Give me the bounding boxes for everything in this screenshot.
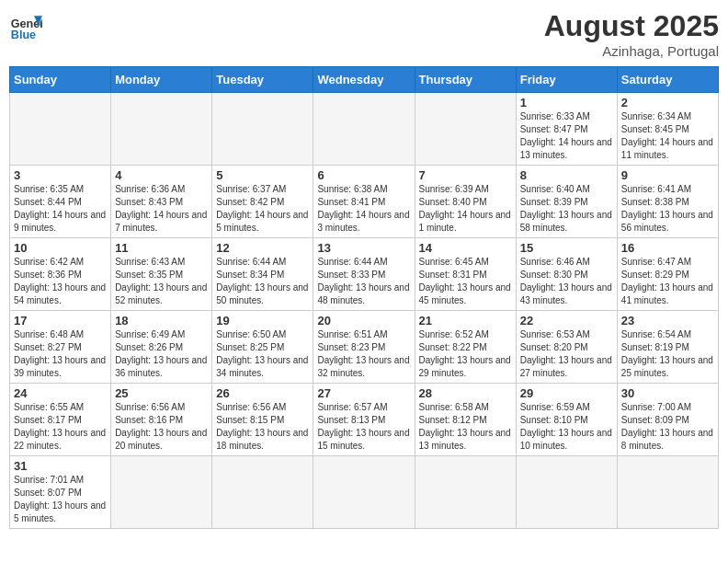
calendar-cell: 17Sunrise: 6:48 AM Sunset: 8:27 PM Dayli…	[10, 311, 111, 384]
day-number: 10	[14, 241, 107, 255]
calendar-cell: 30Sunrise: 7:00 AM Sunset: 8:09 PM Dayli…	[617, 384, 718, 456]
weekday-header-saturday: Saturday	[617, 67, 718, 93]
calendar-cell: 6Sunrise: 6:38 AM Sunset: 8:41 PM Daylig…	[313, 166, 415, 238]
calendar-table: SundayMondayTuesdayWednesdayThursdayFrid…	[9, 66, 719, 529]
day-info: Sunrise: 6:42 AM Sunset: 8:36 PM Dayligh…	[14, 256, 107, 307]
day-number: 6	[317, 168, 410, 182]
day-number: 23	[621, 314, 714, 327]
calendar-cell: 5Sunrise: 6:37 AM Sunset: 8:42 PM Daylig…	[212, 166, 313, 238]
svg-marker-3	[37, 19, 42, 26]
calendar-cell	[111, 456, 212, 529]
day-info: Sunrise: 6:56 AM Sunset: 8:15 PM Dayligh…	[216, 401, 309, 453]
day-number: 15	[520, 241, 613, 255]
logo: General Blue	[9, 9, 42, 42]
svg-text:Blue: Blue	[11, 29, 36, 41]
day-info: Sunrise: 6:46 AM Sunset: 8:30 PM Dayligh…	[520, 256, 613, 307]
day-info: Sunrise: 6:33 AM Sunset: 8:47 PM Dayligh…	[520, 110, 613, 162]
day-info: Sunrise: 6:49 AM Sunset: 8:26 PM Dayligh…	[115, 328, 208, 380]
day-number: 7	[419, 168, 512, 182]
day-info: Sunrise: 6:45 AM Sunset: 8:31 PM Dayligh…	[419, 256, 512, 307]
calendar-cell: 10Sunrise: 6:42 AM Sunset: 8:36 PM Dayli…	[10, 238, 111, 311]
calendar-cell: 11Sunrise: 6:43 AM Sunset: 8:35 PM Dayli…	[111, 238, 212, 311]
calendar-cell	[212, 456, 313, 529]
day-number: 9	[621, 168, 714, 182]
calendar-cell: 7Sunrise: 6:39 AM Sunset: 8:40 PM Daylig…	[415, 166, 516, 238]
logo-icon: General Blue	[9, 9, 42, 42]
calendar-cell: 29Sunrise: 6:59 AM Sunset: 8:10 PM Dayli…	[516, 384, 617, 456]
day-info: Sunrise: 6:50 AM Sunset: 8:25 PM Dayligh…	[216, 328, 309, 380]
calendar-cell: 21Sunrise: 6:52 AM Sunset: 8:22 PM Dayli…	[415, 311, 516, 384]
day-info: Sunrise: 6:41 AM Sunset: 8:38 PM Dayligh…	[621, 183, 714, 235]
calendar-cell	[617, 456, 718, 529]
day-info: Sunrise: 6:35 AM Sunset: 8:44 PM Dayligh…	[14, 183, 107, 235]
day-info: Sunrise: 6:56 AM Sunset: 8:16 PM Dayligh…	[115, 401, 208, 453]
day-number: 1	[520, 96, 613, 109]
day-number: 19	[216, 314, 309, 327]
weekday-header-thursday: Thursday	[415, 67, 516, 93]
calendar-cell	[111, 93, 212, 166]
calendar-week-row: 3Sunrise: 6:35 AM Sunset: 8:44 PM Daylig…	[10, 166, 719, 238]
calendar-cell	[516, 456, 617, 529]
weekday-header-tuesday: Tuesday	[212, 67, 313, 93]
day-number: 26	[216, 386, 309, 400]
day-number: 20	[317, 314, 410, 327]
day-info: Sunrise: 6:37 AM Sunset: 8:42 PM Dayligh…	[216, 183, 309, 235]
calendar-cell: 23Sunrise: 6:54 AM Sunset: 8:19 PM Dayli…	[617, 311, 718, 384]
day-number: 29	[520, 386, 613, 400]
calendar-cell: 13Sunrise: 6:44 AM Sunset: 8:33 PM Dayli…	[313, 238, 415, 311]
calendar-cell: 20Sunrise: 6:51 AM Sunset: 8:23 PM Dayli…	[313, 311, 415, 384]
calendar-cell: 8Sunrise: 6:40 AM Sunset: 8:39 PM Daylig…	[516, 166, 617, 238]
day-number: 17	[14, 314, 107, 327]
calendar-cell: 2Sunrise: 6:34 AM Sunset: 8:45 PM Daylig…	[617, 93, 718, 166]
day-number: 25	[115, 386, 208, 400]
calendar-week-row: 17Sunrise: 6:48 AM Sunset: 8:27 PM Dayli…	[10, 311, 719, 384]
calendar-cell: 28Sunrise: 6:58 AM Sunset: 8:12 PM Dayli…	[415, 384, 516, 456]
calendar-cell: 22Sunrise: 6:53 AM Sunset: 8:20 PM Dayli…	[516, 311, 617, 384]
day-info: Sunrise: 6:40 AM Sunset: 8:39 PM Dayligh…	[520, 183, 613, 235]
day-info: Sunrise: 6:47 AM Sunset: 8:29 PM Dayligh…	[621, 256, 714, 307]
day-info: Sunrise: 7:00 AM Sunset: 8:09 PM Dayligh…	[621, 401, 714, 453]
day-info: Sunrise: 6:39 AM Sunset: 8:40 PM Dayligh…	[419, 183, 512, 235]
day-info: Sunrise: 7:01 AM Sunset: 8:07 PM Dayligh…	[14, 474, 107, 525]
day-number: 11	[115, 241, 208, 255]
calendar-cell	[212, 93, 313, 166]
day-info: Sunrise: 6:51 AM Sunset: 8:23 PM Dayligh…	[317, 328, 410, 380]
day-number: 24	[14, 386, 107, 400]
day-number: 13	[317, 241, 410, 255]
calendar-cell: 26Sunrise: 6:56 AM Sunset: 8:15 PM Dayli…	[212, 384, 313, 456]
calendar-cell: 24Sunrise: 6:55 AM Sunset: 8:17 PM Dayli…	[10, 384, 111, 456]
day-info: Sunrise: 6:55 AM Sunset: 8:17 PM Dayligh…	[14, 401, 107, 453]
day-info: Sunrise: 6:43 AM Sunset: 8:35 PM Dayligh…	[115, 256, 208, 307]
calendar-cell: 31Sunrise: 7:01 AM Sunset: 8:07 PM Dayli…	[10, 456, 111, 529]
weekday-header-monday: Monday	[111, 67, 212, 93]
calendar-week-row: 31Sunrise: 7:01 AM Sunset: 8:07 PM Dayli…	[10, 456, 719, 529]
calendar-cell: 1Sunrise: 6:33 AM Sunset: 8:47 PM Daylig…	[516, 93, 617, 166]
calendar-week-row: 24Sunrise: 6:55 AM Sunset: 8:17 PM Dayli…	[10, 384, 719, 456]
calendar-cell: 16Sunrise: 6:47 AM Sunset: 8:29 PM Dayli…	[617, 238, 718, 311]
calendar-week-row: 1Sunrise: 6:33 AM Sunset: 8:47 PM Daylig…	[10, 93, 719, 166]
calendar-cell: 4Sunrise: 6:36 AM Sunset: 8:43 PM Daylig…	[111, 166, 212, 238]
day-info: Sunrise: 6:53 AM Sunset: 8:20 PM Dayligh…	[520, 328, 613, 380]
weekday-header-friday: Friday	[516, 67, 617, 93]
calendar-cell: 9Sunrise: 6:41 AM Sunset: 8:38 PM Daylig…	[617, 166, 718, 238]
weekday-header-wednesday: Wednesday	[313, 67, 415, 93]
day-number: 16	[621, 241, 714, 255]
day-info: Sunrise: 6:34 AM Sunset: 8:45 PM Dayligh…	[621, 110, 714, 162]
calendar-cell	[313, 93, 415, 166]
day-number: 5	[216, 168, 309, 182]
day-info: Sunrise: 6:58 AM Sunset: 8:12 PM Dayligh…	[419, 401, 512, 453]
month-title: August 2025	[544, 9, 719, 43]
day-info: Sunrise: 6:36 AM Sunset: 8:43 PM Dayligh…	[115, 183, 208, 235]
day-number: 14	[419, 241, 512, 255]
location-subtitle: Azinhaga, Portugal	[544, 43, 719, 59]
calendar-cell: 12Sunrise: 6:44 AM Sunset: 8:34 PM Dayli…	[212, 238, 313, 311]
day-number: 27	[317, 386, 410, 400]
calendar-cell: 14Sunrise: 6:45 AM Sunset: 8:31 PM Dayli…	[415, 238, 516, 311]
day-info: Sunrise: 6:52 AM Sunset: 8:22 PM Dayligh…	[419, 328, 512, 380]
day-number: 4	[115, 168, 208, 182]
day-info: Sunrise: 6:48 AM Sunset: 8:27 PM Dayligh…	[14, 328, 107, 380]
calendar-cell: 3Sunrise: 6:35 AM Sunset: 8:44 PM Daylig…	[10, 166, 111, 238]
calendar-cell	[10, 93, 111, 166]
day-info: Sunrise: 6:38 AM Sunset: 8:41 PM Dayligh…	[317, 183, 410, 235]
calendar-cell: 18Sunrise: 6:49 AM Sunset: 8:26 PM Dayli…	[111, 311, 212, 384]
